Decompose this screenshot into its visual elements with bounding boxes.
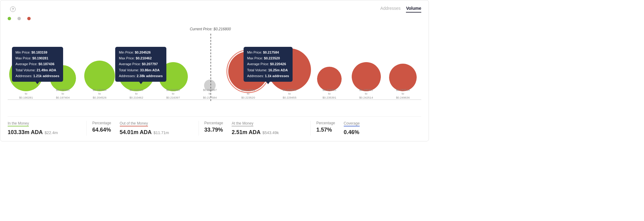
- bubble-col: $0.229455 to $0.235391: [311, 67, 348, 100]
- chart-title: ?: [8, 6, 16, 12]
- tooltip-box: Min Price: $0.183159Max Price: $0.190281…: [12, 47, 63, 82]
- stat-divider: [310, 121, 311, 136]
- bubble-col: $0.216397 to $0.217584: [191, 80, 228, 100]
- stat-block-0: In the Money103.33m ADA$22.4m: [8, 121, 85, 136]
- stat-divider: [86, 121, 87, 136]
- legend: [8, 17, 421, 20]
- stat-value: 54.01m ADA: [120, 129, 152, 136]
- legend-out: [27, 17, 32, 20]
- stat-pct-label: Percentage: [316, 121, 335, 125]
- current-price-label: Current Price: $0.216800: [190, 27, 231, 32]
- legend-at: [17, 17, 22, 20]
- tooltip-arrow: [139, 82, 143, 84]
- tooltip-arrow: [36, 82, 39, 84]
- stat-pct-value: 1.57%: [316, 127, 335, 133]
- bubbles-wrapper: to $0.190281$0.190281 to $0.197404$0.197…: [8, 34, 421, 100]
- bubble-2: [84, 61, 115, 91]
- stat-pct-label: Percentage: [92, 121, 111, 125]
- x-axis-label: to $0.190281: [19, 92, 33, 100]
- x-axis-label: $0.197404 to $0.204526: [93, 88, 107, 100]
- tooltip-box: Min Price: $0.204526Max Price: $0.210462…: [115, 47, 166, 82]
- tab-addresses[interactable]: Addresses: [380, 6, 400, 13]
- bubble-10: [389, 64, 417, 91]
- legend-dot-at: [17, 17, 21, 20]
- stat-pct-label: Percentage: [204, 121, 223, 125]
- x-axis-label: $0.216397 to $0.217584: [203, 88, 217, 100]
- bubble-9: [352, 62, 381, 91]
- tab-group: Addresses Volume: [380, 6, 421, 13]
- stat-label: Coverage: [344, 121, 360, 126]
- stat-label: In the Money: [8, 121, 29, 126]
- stat-pct-value: 33.79%: [204, 127, 223, 133]
- stat-pct-block-2: Percentage1.57%: [312, 121, 339, 133]
- stat-sub-value: $22.4m: [44, 130, 58, 135]
- stat-block-1: Out of the Money54.01m ADA$11.71m: [116, 121, 197, 136]
- tooltip-box: Min Price: $0.217584Max Price: $0.223520…: [244, 47, 293, 82]
- stat-divider: [199, 121, 199, 136]
- x-axis-label: $0.217584 to $0.223520: [241, 88, 255, 100]
- x-axis-label: $0.229455 to $0.235391: [323, 88, 336, 100]
- bubble-col: $0.242514 to $0.249636: [385, 64, 421, 100]
- stat-sub-value: $11.71m: [153, 130, 169, 135]
- chart-area: Current Price: $0.216800to $0.190281$0.1…: [8, 25, 421, 111]
- stat-block-3: Coverage0.46%: [339, 121, 421, 136]
- bubble-col: $0.197404 to $0.204526: [81, 61, 118, 100]
- legend-dot-out: [27, 17, 31, 20]
- x-axis-label: $0.204526 to $0.210462: [130, 88, 143, 100]
- chart-baseline: [8, 99, 421, 100]
- stat-sub-value: $543.49k: [263, 130, 279, 135]
- bubble-col: $0.235391 to $0.242514: [348, 62, 385, 100]
- stat-pct-block-0: Percentage64.64%: [88, 121, 115, 133]
- bubble-8: [317, 67, 342, 91]
- current-price-line: [210, 34, 211, 101]
- stat-pct-block-1: Percentage33.79%: [200, 121, 227, 133]
- stat-label: At the Money: [232, 121, 253, 126]
- x-axis-label: $0.190281 to $0.197404: [56, 88, 70, 100]
- x-axis-label: $0.242514 to $0.249636: [396, 88, 410, 100]
- stat-label: Out of the Money: [120, 121, 148, 126]
- help-icon[interactable]: ?: [10, 6, 16, 12]
- stat-value: 0.46%: [344, 129, 359, 136]
- x-axis-label: $0.210462 to $0.216397: [166, 88, 180, 100]
- tab-volume[interactable]: Volume: [406, 6, 421, 13]
- tooltip-arrow: [266, 82, 270, 84]
- x-axis-label: $0.235391 to $0.242514: [359, 88, 373, 100]
- stat-value: 103.33m ADA: [8, 129, 43, 136]
- stat-block-2: At the Money2.51m ADA$543.49k: [227, 121, 309, 136]
- stat-pct-value: 64.64%: [92, 127, 111, 133]
- stat-value: 2.51m ADA: [232, 129, 260, 136]
- legend-in: [8, 17, 13, 20]
- stats-row: In the Money103.33m ADA$22.4mPercentage6…: [8, 116, 421, 136]
- x-axis-label: $0.223520 to $0.229455: [283, 88, 297, 100]
- legend-dot-in: [8, 17, 11, 20]
